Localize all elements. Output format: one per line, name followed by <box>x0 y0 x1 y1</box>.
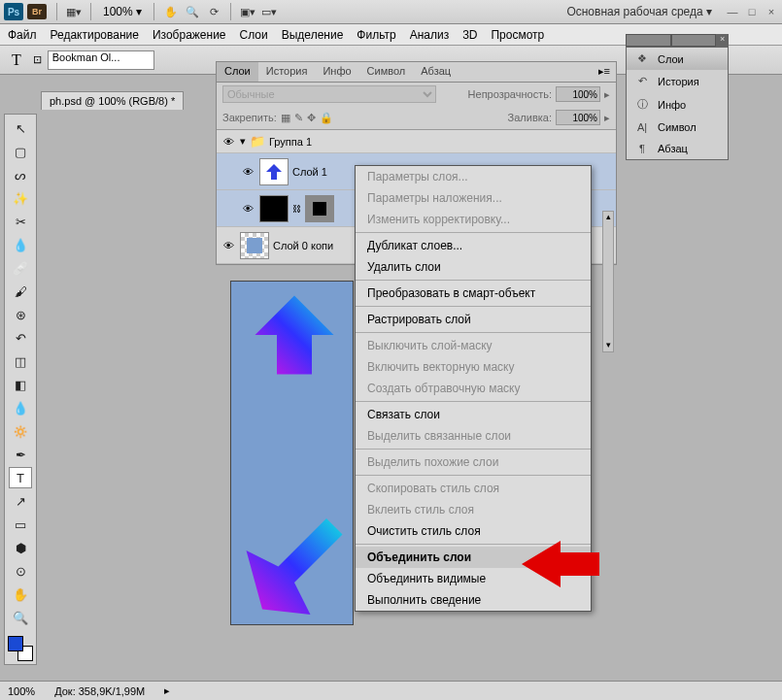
restore-icon[interactable]: □ <box>745 5 759 18</box>
scroll-up-icon[interactable]: ▴ <box>606 212 611 223</box>
flyout-tab[interactable] <box>671 34 717 47</box>
history-brush-tool[interactable]: ↶ <box>9 327 32 349</box>
healing-brush-tool[interactable]: 🩹 <box>9 257 32 279</box>
move-tool[interactable]: ↖ <box>9 117 32 139</box>
visibility-icon[interactable]: 👁 <box>221 134 236 150</box>
doc-size-status[interactable]: Док: 358,9K/1,99M <box>54 685 145 697</box>
menu-analysis[interactable]: Анализ <box>410 28 450 42</box>
close-icon[interactable]: × <box>765 5 778 18</box>
eraser-tool[interactable]: ◫ <box>9 350 32 372</box>
flyout-panel: ❖Слои ↶История ⓘИнфо A|Символ ¶Абзац <box>626 47 729 160</box>
hand-tool[interactable]: ✋ <box>9 583 32 605</box>
filmstrip-icon[interactable]: ▦▾ <box>63 2 85 21</box>
font-family-select[interactable]: Bookman Ol... <box>48 50 154 70</box>
svg-marker-2 <box>266 164 282 180</box>
minimize-icon[interactable]: — <box>726 5 739 18</box>
menu-filter[interactable]: Фильтр <box>357 28 395 42</box>
lock-position-icon[interactable]: ✥ <box>307 112 316 124</box>
layer-group-row[interactable]: 👁 ▾ 📁 Группа 1 <box>217 130 616 153</box>
chevron-right-icon[interactable]: ▸ <box>604 112 610 124</box>
eyedropper-tool[interactable]: 💧 <box>9 234 32 255</box>
3d-tool[interactable]: ⬢ <box>9 537 32 558</box>
arrange-icon[interactable]: ▣▾ <box>237 2 258 21</box>
tab-paragraph[interactable]: Абзац <box>413 62 459 82</box>
zoom-tool[interactable]: 🔍 <box>9 607 32 628</box>
magic-wand-tool[interactable]: ✨ <box>9 187 32 209</box>
layer-scrollbar[interactable]: ▴ ▾ <box>602 211 614 352</box>
scroll-down-icon[interactable]: ▾ <box>606 340 611 351</box>
menu-select[interactable]: Выделение <box>282 28 344 42</box>
workspace-selector[interactable]: Основная рабочая среда ▾ <box>559 3 720 20</box>
lock-transparency-icon[interactable]: ▦ <box>281 112 290 124</box>
menu-file[interactable]: Файл <box>8 28 37 42</box>
layer-thumbnail[interactable] <box>259 195 289 222</box>
lasso-tool[interactable]: ᔕ <box>9 164 32 185</box>
preset-icon[interactable]: ⊡ <box>33 53 42 66</box>
chevron-right-icon[interactable]: ▸ <box>164 684 170 697</box>
layer-name[interactable]: Слой 0 копи <box>273 240 333 251</box>
visibility-icon[interactable]: 👁 <box>240 164 255 180</box>
color-swatches[interactable] <box>8 636 33 661</box>
zoom-tool-icon[interactable]: 🔍 <box>182 2 203 21</box>
screen-mode-icon[interactable]: ▭▾ <box>258 2 280 21</box>
menu-3d[interactable]: 3D <box>462 28 477 42</box>
flyout-item-info[interactable]: ⓘИнфо <box>627 92 728 117</box>
panel-menu-icon[interactable]: ▸≡ <box>593 62 616 82</box>
fill-input[interactable] <box>556 110 600 125</box>
disclosure-triangle-icon[interactable]: ▾ <box>240 135 246 148</box>
pen-tool[interactable]: ✒ <box>9 444 32 465</box>
bridge-icon[interactable]: Br <box>27 4 47 19</box>
document-tab[interactable]: ph.psd @ 100% (RGB/8) * <box>41 91 184 110</box>
3d-camera-tool[interactable]: ⊙ <box>9 560 32 582</box>
visibility-icon[interactable]: 👁 <box>240 201 255 217</box>
layer-name[interactable]: Группа 1 <box>269 136 312 148</box>
menu-image[interactable]: Изображение <box>153 28 226 42</box>
blend-mode-select[interactable]: Обычные <box>222 85 436 103</box>
context-menu-item[interactable]: Преобразовать в смарт-объект <box>356 283 591 304</box>
gradient-tool[interactable]: ◧ <box>9 374 32 395</box>
brush-tool[interactable]: 🖌 <box>9 281 32 302</box>
tab-symbol[interactable]: Символ <box>359 62 414 82</box>
paragraph-icon: ¶ <box>634 143 650 154</box>
stamp-tool[interactable]: ⊛ <box>9 304 32 325</box>
chevron-right-icon[interactable]: ▸ <box>604 88 610 101</box>
marquee-tool[interactable]: ▢ <box>9 141 32 162</box>
opacity-input[interactable] <box>556 86 600 102</box>
shape-tool[interactable]: ▭ <box>9 514 32 535</box>
flyout-item-symbol[interactable]: A|Символ <box>627 117 728 138</box>
foreground-color[interactable] <box>8 636 23 651</box>
flyout-tab[interactable] <box>626 34 671 47</box>
context-menu-item[interactable]: Растрировать слой <box>356 309 591 330</box>
flyout-close-icon[interactable]: × <box>716 34 729 47</box>
context-menu-item[interactable]: Удалить слои <box>356 256 591 278</box>
tab-history[interactable]: История <box>258 62 316 82</box>
path-select-tool[interactable]: ↗ <box>9 490 32 512</box>
menu-edit[interactable]: Редактирование <box>51 28 139 42</box>
context-menu-item[interactable]: Дубликат слоев... <box>356 235 591 256</box>
mask-thumbnail[interactable] <box>305 195 334 222</box>
hand-tool-icon[interactable]: ✋ <box>160 2 182 21</box>
canvas[interactable] <box>230 281 354 625</box>
dodge-tool[interactable]: 🔅 <box>9 420 32 442</box>
layer-name[interactable]: Слой 1 <box>292 166 327 178</box>
layer-thumbnail[interactable] <box>240 232 269 259</box>
crop-tool[interactable]: ✂ <box>9 211 32 232</box>
lock-pixels-icon[interactable]: ✎ <box>294 112 303 124</box>
flyout-item-paragraph[interactable]: ¶Абзац <box>627 138 728 159</box>
visibility-icon[interactable]: 👁 <box>221 238 236 253</box>
flyout-item-layers[interactable]: ❖Слои <box>627 48 728 70</box>
rotate-view-icon[interactable]: ⟳ <box>203 2 224 21</box>
lock-all-icon[interactable]: 🔒 <box>320 112 333 124</box>
type-tool[interactable]: T <box>9 467 32 488</box>
menu-layers[interactable]: Слои <box>240 28 268 42</box>
zoom-status[interactable]: 100% <box>8 685 35 697</box>
flyout-item-history[interactable]: ↶История <box>627 70 728 92</box>
zoom-level[interactable]: 100% ▾ <box>103 5 142 18</box>
tab-info[interactable]: Инфо <box>315 62 358 82</box>
photoshop-icon[interactable]: Ps <box>4 3 23 20</box>
blur-tool[interactable]: 💧 <box>9 397 32 418</box>
menu-view[interactable]: Просмотр <box>491 28 544 42</box>
context-menu-item[interactable]: Связать слои <box>356 404 591 425</box>
tab-layers[interactable]: Слои <box>217 62 258 82</box>
layer-thumbnail[interactable] <box>259 158 289 185</box>
